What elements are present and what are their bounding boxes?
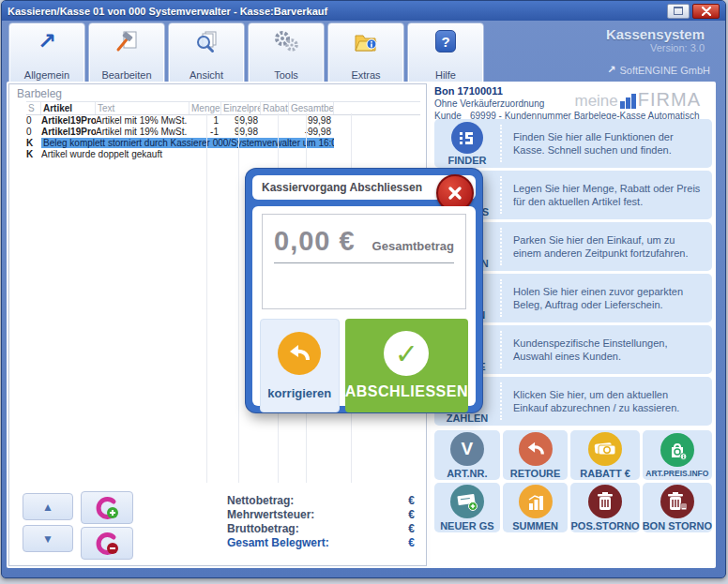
toolbar-button-tools[interactable]: Tools [248,22,325,85]
trash-icon [588,485,622,518]
app-name: Kassensystem [606,26,705,42]
selected-note: Beleg komplett storniert durch Kassierer… [41,138,334,148]
hammer-document-icon [114,28,139,54]
button-rabatt[interactable]: RABATT € [570,430,639,480]
remove-circle-icon [94,531,120,557]
receipt-section-label: Barbeleg [17,87,62,100]
trash-document-icon [660,485,694,518]
toolbar-button-bearbeiten[interactable]: Bearbeiten [88,22,165,85]
art-nr-icon: V [450,432,484,466]
bar-chart-icon [519,485,553,518]
total-row: Bruttobetrag:€ [227,522,415,536]
amount-display: 0,00 € Gesamtbetrag [262,214,466,309]
currency-symbol: € [408,494,415,508]
restore-icon [674,7,683,15]
add-position-button[interactable] [81,491,133,524]
totals-block: Nettobetrag:€ Mehrwertsteuer:€ Bruttobet… [227,494,415,550]
toolbar-button-hilfe[interactable]: ? Hilfe [407,22,484,85]
finder-icon [451,122,483,154]
meine-firma-logo: meine FIRMA [574,89,701,111]
scroll-down-button[interactable]: ▼ [23,525,73,552]
close-x-icon [447,186,463,201]
column-separator [206,113,207,483]
bar-chart-logo-icon [620,94,636,109]
close-icon [702,7,711,16]
undo-arrow-icon [278,332,321,375]
checkout-dialog: Kassiervorgang Abschliessen 0,00 € Gesam… [246,169,482,412]
retoure-icon [519,432,553,466]
table-header: S Artikel Text Menge Einzelpreis Rabatt … [26,101,420,115]
question-mark-icon: ? [435,28,456,54]
folder-info-icon [354,28,378,54]
total-row: Mehrwertsteuer:€ [227,508,415,522]
add-circle-icon [94,495,120,521]
button-art-nr[interactable]: V ART.NR. [434,430,500,480]
toolbar-button-extras[interactable]: Extras [327,22,404,85]
rabatt-euro-icon [588,432,622,466]
price-info-bag-icon [660,433,694,467]
arrow-up-right-icon: ↗ [38,28,56,54]
main-toolbar: ↗ Allgemein Bearbeiten Ansicht Tools E [8,22,484,85]
company-link[interactable]: ↗ SoftENGINE GmbH [607,64,710,76]
table-row[interactable]: 0 Artikel19Prozer Artikel mit 19% MwSt. … [26,115,420,127]
total-row: Nettobetrag:€ [227,494,415,508]
gears-icon [274,28,298,54]
total-amount-label: Gesamtbetrag [372,239,454,253]
voucher-plus-icon [450,485,484,518]
dialog-title: Kassiervorgang Abschliessen [262,181,422,194]
currency-symbol: € [408,536,415,550]
button-neuer-gs[interactable]: NEUER GS [434,483,500,532]
finish-button[interactable]: ✓ ABSCHLIESSEN [345,319,468,412]
function-finder[interactable]: FINDER Finden Sie hier alle Funktionen d… [434,119,712,168]
button-summen[interactable]: SUMMEN [503,483,569,532]
title-bar[interactable]: Kassieren/Kasse 01 von 000 Systemverwalt… [2,1,725,21]
currency-symbol: € [408,508,415,522]
correct-button[interactable]: korrigieren [260,319,340,412]
toolbar-button-ansicht[interactable]: Ansicht [168,22,245,85]
window-title: Kassieren/Kasse 01 von 000 Systemverwalt… [8,6,327,17]
receipt-table: S Artikel Text Menge Einzelpreis Rabatt … [26,101,420,160]
down-arrow-icon: ▼ [42,532,53,546]
button-pos-storno[interactable]: POS.STORNO [570,483,639,532]
magnifier-document-icon [194,28,219,54]
table-row-selected[interactable]: K Beleg komplett storniert durch Kassier… [26,138,420,149]
close-window-button[interactable] [692,4,720,19]
amount-underline [274,262,454,263]
currency-symbol: € [408,522,415,536]
restore-window-button[interactable] [667,4,690,19]
button-art-preis-info[interactable]: ART.PREIS.INFO [643,430,712,480]
table-row[interactable]: 0 Artikel19Prozer Artikel mit 19% MwSt. … [26,127,420,138]
button-bon-storno[interactable]: BON STORNO [643,483,712,532]
toolbar-button-allgemein[interactable]: ↗ Allgemein [8,22,85,85]
quick-button-grid: V ART.NR. RETOURE RABATT € [434,430,712,532]
button-retoure[interactable]: RETOURE [503,430,569,480]
brand-block: Kassensystem Version: 3.0 [606,26,705,53]
scroll-up-button[interactable]: ▲ [23,493,73,520]
total-amount-value: 0,00 € [274,226,356,257]
check-circle-icon: ✓ [384,331,429,376]
column-separator [238,113,239,483]
total-row-grand: Gesamt Belegwert:€ [227,536,415,550]
link-arrow-icon: ↗ [607,64,615,76]
remove-position-button[interactable] [81,527,133,560]
app-version: Version: 3.0 [606,42,705,53]
dialog-body: 0,00 € Gesamtbetrag korrigieren ✓ ABSCHL… [252,206,476,406]
up-arrow-icon: ▲ [42,501,53,514]
table-row[interactable]: K Artikel wurde doppelt gekauft [26,149,420,160]
